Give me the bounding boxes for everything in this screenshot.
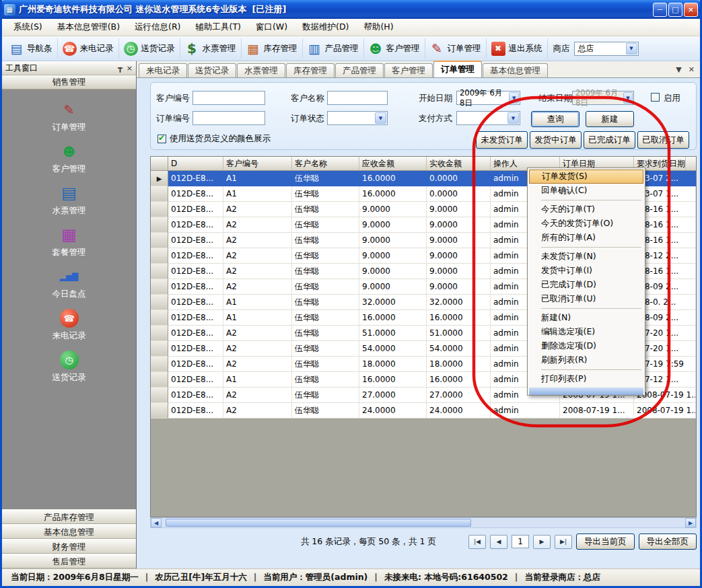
sidebar-section[interactable]: 产品库存管理 (2, 509, 136, 524)
export-all-pages-button[interactable]: 导出全部页 (639, 534, 697, 550)
row-selector[interactable]: ▶ (151, 310, 168, 326)
context-menu-item[interactable]: 已取消订单(U) (529, 292, 643, 306)
tab[interactable]: 基本信息管理 (483, 63, 548, 77)
scrollbar-thumb[interactable] (166, 519, 471, 527)
toolbar-button[interactable]: 导航条 (5, 38, 58, 59)
enable-checkbox[interactable] (651, 93, 660, 102)
customer-name-input[interactable] (327, 91, 388, 105)
order-status-combobox[interactable] (327, 111, 388, 125)
menu-item[interactable]: 系统(S) (6, 19, 50, 36)
context-menu-item[interactable]: 今天的发货订单(O) (529, 217, 643, 231)
row-selector[interactable]: ▶ (151, 295, 168, 310)
column-header[interactable]: 实收金额 (427, 157, 491, 170)
page-number-input[interactable] (512, 535, 529, 548)
menu-item[interactable]: 基本信息管理(B) (50, 19, 127, 36)
column-header[interactable]: D (168, 157, 223, 170)
order-status-filter-button[interactable]: 已取消订单 (637, 131, 689, 149)
sidebar-item[interactable]: 来电记录 (52, 309, 86, 342)
sidebar-item[interactable]: 水票管理 (52, 184, 86, 217)
menu-item[interactable]: 数据维护(D) (295, 19, 356, 36)
sidebar-item[interactable]: 今日盘点 (52, 267, 86, 300)
scroll-left-icon[interactable]: ◀ (151, 518, 162, 527)
row-selector[interactable]: ▶ (151, 372, 168, 388)
first-page-button[interactable]: |◀ (468, 535, 486, 549)
chevron-down-icon[interactable] (509, 92, 519, 104)
menu-item[interactable]: 帮助(H) (356, 19, 400, 36)
toolbar-button[interactable]: 水票管理 (180, 38, 242, 59)
scroll-right-icon[interactable]: ▶ (685, 518, 696, 527)
row-selector[interactable]: ▶ (151, 403, 168, 418)
horizontal-scrollbar[interactable]: ◀ ▶ (150, 517, 697, 528)
sidebar-item[interactable]: 送货记录 (52, 351, 86, 383)
toolbar-button[interactable]: 客户管理 (364, 38, 425, 59)
context-menu-item[interactable]: 所有的订单(A) (529, 231, 643, 245)
toolbar-button[interactable]: 退出系统 (487, 38, 548, 59)
menu-item[interactable]: 窗口(W) (248, 19, 295, 36)
toolbar-button[interactable]: 产品管理 (303, 38, 364, 59)
minimize-button[interactable]: ─ (653, 3, 667, 17)
sidebar-section[interactable]: 基本信息管理 (2, 524, 136, 539)
order-no-input[interactable] (192, 111, 265, 125)
chevron-down-icon[interactable] (375, 112, 386, 124)
row-selector[interactable]: ▶ (151, 388, 168, 403)
context-menu-item[interactable]: 打印列表(P) (529, 372, 643, 386)
context-menu-item[interactable]: 发货中订单(I) (529, 264, 643, 278)
sidebar-section-sales[interactable]: 销售管理 (2, 75, 136, 89)
row-selector[interactable]: ▶ (151, 202, 168, 217)
tab[interactable]: 来电记录 (139, 63, 187, 77)
context-menu-item[interactable]: 删除选定项(D) (529, 339, 643, 353)
prev-page-button[interactable]: ◀ (490, 535, 507, 549)
sidebar-item[interactable]: 套餐管理 (52, 225, 86, 258)
menu-item[interactable]: 运行信息(R) (127, 19, 188, 36)
pin-icon[interactable]: ┳ (118, 64, 122, 73)
maximize-button[interactable]: □ (668, 3, 682, 17)
menu-item[interactable]: 辅助工具(T) (188, 19, 248, 36)
context-menu-item[interactable] (541, 200, 641, 200)
chevron-down-icon[interactable] (507, 112, 519, 124)
context-menu-item[interactable]: 订单发货(S) (529, 170, 643, 184)
tab[interactable]: 产品管理 (335, 63, 384, 77)
last-page-button[interactable]: ▶| (555, 535, 572, 549)
order-status-filter-button[interactable]: 未发货订单 (476, 131, 528, 149)
context-menu-item[interactable]: 今天的订单(T) (529, 203, 643, 217)
new-button[interactable]: 新建 (586, 111, 634, 127)
context-menu-item[interactable]: 已完成订单(D) (529, 278, 643, 292)
context-menu-item[interactable]: 刷新列表(R) (529, 353, 643, 367)
row-selector[interactable]: ▶ (151, 186, 168, 202)
end-date-picker[interactable]: 2009年 6月 8日 (572, 91, 634, 105)
context-menu-item[interactable]: 新建(N) (529, 311, 643, 325)
close-icon[interactable]: × (127, 64, 133, 73)
column-header[interactable]: 应收金额 (359, 157, 427, 170)
row-selector[interactable]: ▶ (151, 171, 168, 186)
row-selector[interactable]: ▶ (151, 248, 168, 264)
row-selector[interactable]: ▶ (151, 341, 168, 357)
chevron-down-icon[interactable] (626, 43, 637, 54)
tab[interactable]: 送货记录 (188, 63, 236, 77)
toolbar-button[interactable]: 订单管理 (425, 38, 487, 59)
pay-method-combobox[interactable] (456, 111, 520, 125)
row-selector[interactable]: ▶ (151, 217, 168, 233)
sidebar-section[interactable]: 财务管理 (2, 539, 136, 554)
sidebar-section[interactable]: 售后管理 (2, 554, 136, 568)
context-menu-item[interactable] (541, 308, 641, 309)
sidebar-item[interactable]: 客户管理 (52, 142, 86, 175)
tab[interactable]: 库存管理 (286, 63, 335, 77)
tab[interactable]: 订单管理 (433, 61, 482, 77)
context-menu-item[interactable]: 回单确认(C) (529, 184, 643, 198)
context-menu-item[interactable] (541, 247, 641, 248)
context-menu-item[interactable]: 未发货订单(N) (529, 250, 643, 264)
row-selector[interactable]: ▶ (151, 264, 168, 279)
toolbar-button[interactable]: 库存管理 (242, 38, 303, 59)
driver-color-checkbox[interactable] (157, 135, 166, 143)
column-header[interactable]: 客户名称 (292, 157, 359, 170)
toolbar-button[interactable]: 送货记录 (119, 38, 180, 59)
row-selector[interactable]: ▶ (151, 326, 168, 341)
row-selector[interactable]: ▶ (151, 279, 168, 295)
tab-close-icon[interactable]: ✕ (689, 65, 695, 74)
row-selector[interactable]: ▶ (151, 233, 168, 248)
query-button[interactable]: 查询 (531, 111, 580, 127)
context-menu-item[interactable] (541, 369, 641, 370)
tab[interactable]: 客户管理 (384, 63, 433, 77)
toolbar-button[interactable]: 来电记录 (58, 38, 119, 59)
customer-no-input[interactable] (192, 91, 265, 105)
